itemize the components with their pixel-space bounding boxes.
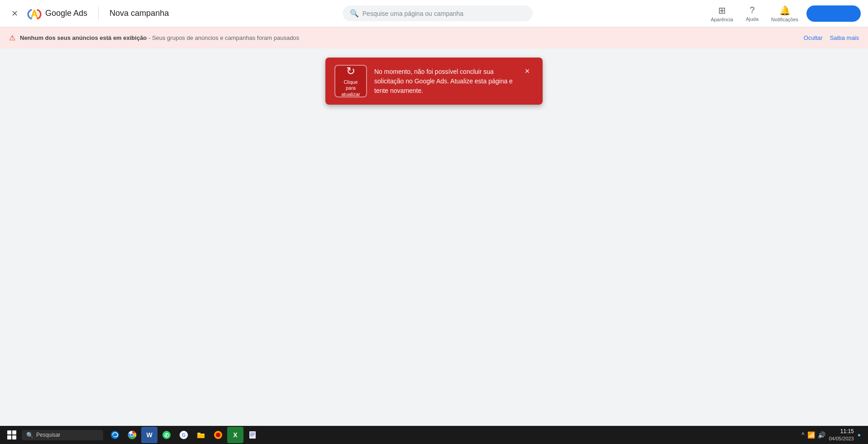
svg-rect-14 <box>197 434 205 438</box>
taskbar-app-word[interactable]: W <box>141 427 157 443</box>
notificacoes-label: Notificações <box>771 17 798 22</box>
svg-rect-17 <box>249 431 256 439</box>
svg-point-16 <box>216 433 220 437</box>
saiba-mais-link[interactable]: Saiba mais <box>830 34 859 41</box>
ajuda-button[interactable]: ? Ajuda <box>741 2 763 24</box>
warning-icon: ⚠ <box>9 34 15 42</box>
taskbar-network-icon: 📶 <box>807 431 815 439</box>
refresh-button[interactable]: ↻ Cliqueparaatualizar <box>334 65 367 97</box>
google-ads-icon <box>27 6 42 21</box>
aparencia-button[interactable]: ⊞ Aparência <box>706 2 738 25</box>
search-icon: 🔍 <box>350 9 359 18</box>
search-bar[interactable]: 🔍 Pesquise uma página ou campanha <box>343 5 533 21</box>
taskbar-app-firefox[interactable] <box>210 427 226 443</box>
notification-icon: 🔔 <box>779 5 791 16</box>
notificacoes-button[interactable]: 🔔 Notificações <box>767 2 803 25</box>
taskbar-apps: W ✆ G X <box>107 427 261 443</box>
warning-banner: ⚠ Nenhum dos seus anúncios está em exibi… <box>0 27 868 48</box>
refresh-icon: ↻ <box>346 65 355 77</box>
error-modal-overlay: ↻ Cliqueparaatualizar No momento, não fo… <box>0 48 868 427</box>
taskbar-notification-badge[interactable]: ● <box>858 432 861 438</box>
windows-start-icon <box>7 430 16 439</box>
svg-rect-18 <box>250 433 255 434</box>
help-icon: ? <box>749 5 754 15</box>
error-modal: ↻ Cliqueparaatualizar No momento, não fo… <box>325 58 543 105</box>
app-title: Google Ads <box>45 9 87 18</box>
google-ads-logo: Google Ads <box>27 6 87 21</box>
taskbar-sound-icon: 🔊 <box>818 431 825 439</box>
taskbar-app-gads[interactable]: G <box>176 427 192 443</box>
taskbar-search-bar[interactable]: 🔍 Pesquisar <box>22 430 103 440</box>
main-content: ↻ Cliqueparaatualizar No momento, não fo… <box>0 48 868 427</box>
warning-text: Nenhum dos seus anúncios está em exibiçã… <box>20 34 799 41</box>
taskbar-app-chrome[interactable] <box>124 427 140 443</box>
taskbar-clock[interactable]: 11:15 04/05/2023 <box>829 428 854 442</box>
svg-rect-19 <box>250 434 255 435</box>
warning-actions: Ocultar Saiba mais <box>804 34 859 41</box>
appearance-icon: ⊞ <box>718 5 726 16</box>
taskbar-app-excel[interactable]: X <box>227 427 243 443</box>
topnav-left: ✕ Google Ads Nova campanha <box>7 6 169 21</box>
svg-rect-12 <box>197 433 200 434</box>
start-button[interactable] <box>4 427 20 443</box>
topnav-center: 🔍 Pesquise uma página ou campanha <box>169 5 706 21</box>
svg-text:G: G <box>182 432 186 438</box>
taskbar-app-explorer[interactable] <box>193 427 209 443</box>
nav-divider <box>98 6 99 21</box>
refresh-button-label: Cliqueparaatualizar <box>341 79 360 97</box>
close-button[interactable]: ✕ <box>7 6 22 21</box>
account-button[interactable] <box>806 5 861 22</box>
error-close-button[interactable]: × <box>521 65 534 77</box>
ajuda-label: Ajuda <box>746 16 758 22</box>
taskbar-system-icons: ^ 📶 🔊 <box>801 431 825 439</box>
taskbar: 🔍 Pesquisar W ✆ <box>0 426 868 444</box>
taskbar-date: 04/05/2023 <box>829 435 854 442</box>
taskbar-app-whatsapp[interactable]: ✆ <box>158 427 175 443</box>
error-message-text: No momento, não foi possível concluir su… <box>374 67 514 96</box>
search-placeholder-text: Pesquise uma página ou campanha <box>362 10 463 17</box>
taskbar-search-icon: 🔍 <box>26 432 33 439</box>
taskbar-search-text: Pesquisar <box>36 432 60 438</box>
top-navigation: ✕ Google Ads Nova campanha 🔍 Pesquise um… <box>0 0 868 27</box>
page-title: Nova campanha <box>110 9 169 18</box>
taskbar-app-notepad[interactable] <box>244 427 261 443</box>
taskbar-time: 11:15 <box>840 428 854 435</box>
ocultar-link[interactable]: Ocultar <box>804 34 823 41</box>
svg-rect-20 <box>250 435 253 436</box>
svg-point-6 <box>131 434 134 436</box>
taskbar-chevron-icon[interactable]: ^ <box>801 431 805 439</box>
topnav-right: ⊞ Aparência ? Ajuda 🔔 Notificações <box>706 2 861 25</box>
svg-text:✆: ✆ <box>164 432 169 439</box>
taskbar-right: ^ 📶 🔊 11:15 04/05/2023 ● <box>801 428 864 442</box>
taskbar-app-edge[interactable] <box>107 427 123 443</box>
aparencia-label: Aparência <box>711 17 733 22</box>
